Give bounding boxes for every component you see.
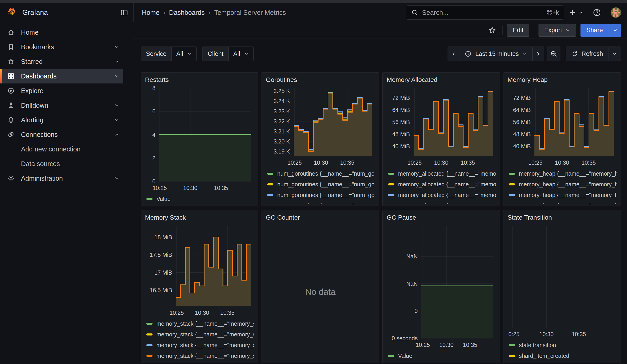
legend-label[interactable]: state transition (519, 342, 556, 349)
bell-icon (7, 116, 15, 124)
legend-label[interactable]: memory_stack {__name__="memory_s (157, 353, 254, 359)
y-axis-tick-label: NaN (406, 253, 418, 260)
legend-item[interactable]: memory_heap {__name__="memory_h (509, 168, 617, 179)
legend-marker (388, 173, 394, 175)
variables-and-time-row: ServiceAllClientAll Last 15 minutes (141, 46, 627, 61)
filter-service: ServiceAll (141, 47, 197, 61)
legend-item[interactable]: num_goroutines {__name__="num_go (267, 168, 375, 179)
refresh-interval-chevron[interactable] (609, 47, 621, 61)
sidebar-item-alerting[interactable]: Alerting (0, 113, 123, 127)
sidebar-toggle-icon[interactable] (120, 8, 129, 17)
panel-title[interactable]: Memory Stack (145, 212, 254, 223)
legend-item[interactable]: num_goroutines {__name__="num_go (267, 179, 375, 190)
add-new-button[interactable] (569, 9, 583, 16)
breadcrumb-item-home[interactable]: Home (142, 9, 159, 16)
sidebar-item-label: Data sources (21, 160, 60, 168)
compass-icon (7, 87, 15, 95)
sidebar-item-dashboards[interactable]: Dashboards (0, 69, 123, 84)
star-icon (7, 58, 15, 65)
legend-item[interactable]: memory_allocated {__name__="memo (388, 201, 496, 204)
chevron-up-icon (114, 132, 119, 137)
legend-item[interactable]: Value (146, 194, 254, 204)
panel-title[interactable]: Goroutines (266, 75, 375, 85)
legend-item[interactable]: memory_stack {__name__="memory_s (146, 351, 254, 361)
panel-title[interactable]: GC Pause (387, 212, 496, 223)
legend-label[interactable]: shard_item_created (519, 353, 569, 359)
legend-label[interactable]: memory_stack {__name__="memory_s (157, 320, 254, 327)
legend-item[interactable]: num_goroutines {__name__="num_go (267, 190, 375, 201)
sidebar-item-administration[interactable]: Administration (0, 171, 123, 186)
legend-label[interactable]: num_goroutines {__name__="num_go (277, 170, 375, 177)
legend-label[interactable]: memory_allocated {__name__="memo (398, 170, 496, 177)
filter-value-dropdown[interactable]: All (171, 47, 196, 61)
time-shift-forward-button[interactable] (532, 47, 544, 61)
refresh-button[interactable]: Refresh (566, 47, 609, 61)
breadcrumb-item-dashboards[interactable]: Dashboards (169, 9, 205, 16)
filter-value-dropdown[interactable]: All (228, 47, 253, 61)
legend-item[interactable]: num_goroutines {__name__="num_go (267, 201, 375, 204)
time-controls: Last 15 minutes (448, 47, 621, 61)
legend-item[interactable]: state transition (509, 340, 617, 351)
legend-item[interactable]: shard_item_created (509, 351, 617, 361)
sidebar-item-connections[interactable]: Connections (0, 127, 123, 142)
legend-label[interactable]: memory_allocated {__name__="memo (398, 192, 496, 199)
legend-label[interactable]: memory_heap {__name__="memory_h (519, 181, 617, 188)
export-button[interactable]: Export (538, 24, 576, 37)
legend-label[interactable]: memory_allocated {__name__="memo (398, 181, 496, 188)
legend-item[interactable]: memory_stack {__name__="memory_s (146, 329, 254, 340)
panel-title[interactable]: Memory Allocated (387, 75, 496, 85)
share-menu-chevron[interactable] (609, 24, 621, 37)
x-axis-tick-label: 10:35 (572, 331, 586, 337)
panel-title[interactable]: State Transition (508, 212, 617, 223)
legend-item[interactable]: memory_heap {__name__="memory_h (509, 179, 617, 190)
sidebar-item-starred[interactable]: Starred (0, 54, 123, 69)
chevron-down-icon (114, 59, 119, 64)
legend-label[interactable]: num_goroutines {__name__="num_go (277, 192, 375, 199)
sidebar-item-home[interactable]: Home (0, 25, 123, 40)
user-avatar[interactable] (611, 7, 621, 18)
legend-item[interactable]: memory_allocated {__name__="memo (388, 168, 496, 179)
panel-title[interactable]: Memory Heap (508, 75, 617, 85)
home-icon (7, 29, 15, 36)
legend-item[interactable]: memory_allocated {__name__="memo (388, 190, 496, 201)
star-dashboard-icon[interactable] (487, 25, 498, 36)
legend-label[interactable]: memory_heap {__name__="memory_h (519, 203, 617, 204)
legend-label[interactable]: memory_stack {__name__="memory_s (157, 342, 254, 349)
help-circle-icon[interactable] (593, 8, 601, 17)
legend-label[interactable]: memory_stack {__name__="memory_s (157, 331, 254, 338)
legend-item[interactable]: memory_stack {__name__="memory_s (146, 318, 254, 329)
time-range-picker[interactable]: Last 15 minutes (459, 47, 533, 61)
legend-label[interactable]: Value (398, 353, 412, 359)
legend-item[interactable]: memory_heap {__name__="memory_h (509, 190, 617, 201)
edit-button[interactable]: Edit (507, 24, 529, 37)
legend-label[interactable]: memory_allocated {__name__="memo (398, 203, 496, 204)
panel-title[interactable]: GC Counter (266, 212, 375, 223)
time-shift-back-button[interactable] (448, 47, 459, 61)
legend-label[interactable]: Value (157, 196, 170, 202)
legend-label[interactable]: memory_heap {__name__="memory_h (519, 170, 617, 177)
legend-marker (388, 194, 394, 196)
sidebar-item-drilldown[interactable]: Drilldown (0, 98, 123, 113)
chart-svg: 40 MiB48 MiB56 MiB64 MiB72 MiB10:2510:30… (508, 85, 617, 167)
sidebar-item-add-new-connection[interactable]: Add new connection (0, 142, 123, 156)
share-button[interactable]: Share (580, 24, 609, 37)
chart-svg: 10:2510:3010:35 (508, 223, 617, 339)
panel-title[interactable]: Restarts (145, 75, 254, 85)
sidebar-item-bookmarks[interactable]: Bookmarks (0, 40, 123, 54)
breadcrumb-separator: › (163, 9, 165, 16)
legend-item[interactable]: Value (388, 351, 496, 361)
header-actions-divider (588, 8, 588, 17)
y-axis-tick-label: 3.19 K (274, 148, 290, 155)
legend-item[interactable]: memory_heap {__name__="memory_h (509, 201, 617, 204)
sidebar-item-data-sources[interactable]: Data sources (0, 156, 123, 171)
search-input[interactable]: Search... ⌘+k (406, 5, 564, 20)
legend-label[interactable]: memory_heap {__name__="memory_h (519, 192, 617, 199)
legend-item[interactable]: memory_allocated {__name__="memo (388, 179, 496, 190)
zoom-out-icon[interactable] (547, 47, 560, 61)
body-layout: HomeBookmarksStarredDashboardsExploreDri… (0, 22, 627, 364)
legend-label[interactable]: num_goroutines {__name__="num_go (277, 181, 375, 188)
legend-label[interactable]: num_goroutines {__name__="num_go (277, 203, 375, 204)
legend-item[interactable]: memory_stack {__name__="memory_s (146, 340, 254, 351)
sidebar-item-explore[interactable]: Explore (0, 84, 123, 98)
panel-gc-pause: GC Pause0 seconds0NaNNaN10:2510:3010:35V… (382, 210, 500, 363)
